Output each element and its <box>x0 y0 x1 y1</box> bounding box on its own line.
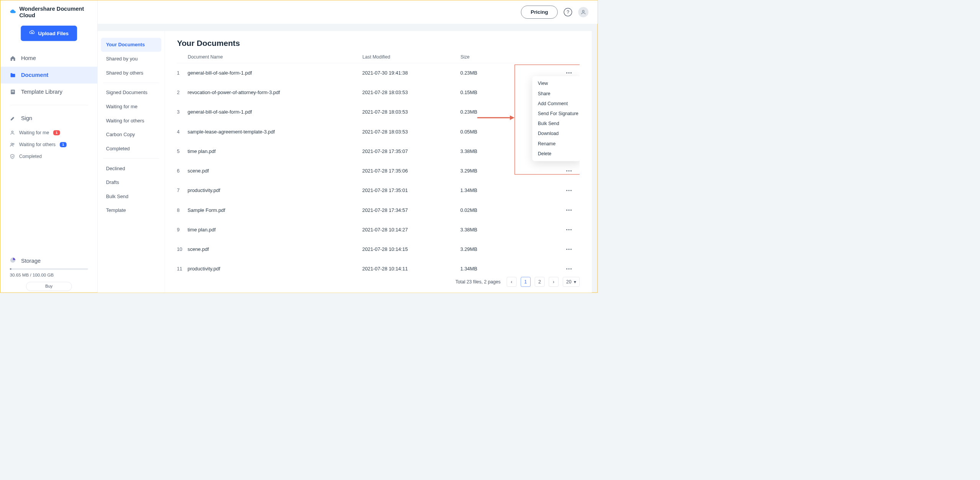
more-horizontal-icon <box>566 268 572 270</box>
pie-icon <box>10 257 16 265</box>
svg-point-19 <box>568 210 570 211</box>
table-row[interactable]: 6scene.pdf2021-07-28 17:35:063.29MB <box>177 161 580 181</box>
row-number: 10 <box>177 247 188 252</box>
table-row[interactable]: 10scene.pdf2021-07-28 10:14:153.29MB <box>177 239 580 259</box>
row-doc-name: revocation-of-power-of-attorney-form-3.p… <box>188 90 362 96</box>
svg-point-22 <box>568 229 570 230</box>
row-size: 1.34MB <box>461 188 559 194</box>
sub-shared-by-others[interactable]: Shared by others <box>101 66 162 80</box>
svg-point-12 <box>567 171 568 172</box>
row-actions-button[interactable] <box>559 166 580 176</box>
page-prev-button[interactable]: ‹ <box>507 277 517 287</box>
svg-point-16 <box>568 190 570 191</box>
row-actions-button[interactable] <box>559 225 580 234</box>
menu-share[interactable]: Share <box>532 89 580 99</box>
table-row[interactable]: 1general-bill-of-sale-form-1.pdf2021-07-… <box>177 63 580 83</box>
row-doc-name: time plan.pdf <box>188 227 362 233</box>
svg-point-24 <box>567 249 568 250</box>
nav-sign[interactable]: Sign <box>0 110 97 127</box>
row-doc-name: Sample Form.pdf <box>188 207 362 213</box>
template-icon <box>10 89 16 95</box>
sub-completed[interactable]: Completed <box>101 142 162 156</box>
menu-add-comment[interactable]: Add Comment <box>532 99 580 109</box>
sub-template[interactable]: Template <box>101 203 162 218</box>
row-doc-name: general-bill-of-sale-form-1.pdf <box>188 70 362 76</box>
col-name: Document Name <box>188 54 362 60</box>
table-row[interactable]: 5time plan.pdf2021-07-28 17:35:073.38MB <box>177 142 580 161</box>
divider <box>10 105 88 106</box>
menu-rename[interactable]: Rename <box>532 139 580 149</box>
svg-point-9 <box>567 72 568 73</box>
row-actions-button[interactable] <box>559 264 580 273</box>
table-row[interactable]: 9time plan.pdf2021-07-28 10:14:273.38MB <box>177 220 580 239</box>
sub-waiting-for-me[interactable]: Waiting for me <box>101 99 162 114</box>
page-2-button[interactable]: 2 <box>535 277 545 287</box>
page-title: Your Documents <box>177 39 580 48</box>
sub-bulk-send[interactable]: Bulk Send <box>101 189 162 203</box>
row-actions-button[interactable] <box>559 245 580 254</box>
row-modified: 2021-07-30 19:41:38 <box>363 70 461 76</box>
table-row[interactable]: 4sample-lease-agreement-template-3.pdf20… <box>177 122 580 142</box>
row-modified: 2021-07-28 17:35:07 <box>363 149 461 155</box>
table-row[interactable]: 7productivity.pdf2021-07-28 17:35:011.34… <box>177 181 580 200</box>
sub-declined[interactable]: Declined <box>101 161 162 176</box>
page-size-select[interactable]: 20 ▾ <box>563 277 580 287</box>
sub-drafts[interactable]: Drafts <box>101 176 162 190</box>
nav-template-library[interactable]: Template Library <box>0 83 97 100</box>
row-number: 2 <box>177 90 188 96</box>
home-icon <box>10 55 16 62</box>
page-next-button[interactable]: › <box>549 277 559 287</box>
svg-point-28 <box>568 268 570 270</box>
pricing-button[interactable]: Pricing <box>521 6 558 19</box>
nav-home[interactable]: Home <box>0 50 97 67</box>
menu-view[interactable]: View <box>532 79 580 89</box>
row-doc-name: time plan.pdf <box>188 149 362 155</box>
menu-download[interactable]: Download <box>532 129 580 139</box>
pagination: Total 23 files, 2 pages ‹ 1 2 › 20 ▾ <box>177 273 580 291</box>
row-modified: 2021-07-28 17:34:57 <box>363 207 461 213</box>
svg-point-17 <box>571 190 572 191</box>
row-size: 0.23MB <box>461 70 559 76</box>
menu-delete[interactable]: Delete <box>532 149 580 159</box>
row-modified: 2021-07-28 10:14:27 <box>363 227 461 233</box>
table-row[interactable]: 3general-bill-of-sale-form-1.pdf2021-07-… <box>177 103 580 122</box>
nav-waiting-for-me[interactable]: Waiting for me 1 <box>0 127 97 138</box>
menu-bulk-send[interactable]: Bulk Send <box>532 119 580 129</box>
buy-button[interactable]: Buy <box>26 282 72 291</box>
account-avatar-button[interactable] <box>578 7 588 17</box>
row-number: 4 <box>177 129 188 135</box>
svg-point-25 <box>568 249 570 250</box>
sub-your-documents[interactable]: Your Documents <box>101 38 162 52</box>
table-row[interactable]: 2revocation-of-power-of-attorney-form-3.… <box>177 83 580 103</box>
table-row[interactable]: 8Sample Form.pdf2021-07-28 17:34:570.02M… <box>177 200 580 220</box>
sub-carbon-copy[interactable]: Carbon Copy <box>101 128 162 142</box>
document-sub-sidebar: Your Documents Shared by you Shared by o… <box>98 31 165 293</box>
sub-signed-documents[interactable]: Signed Documents <box>101 86 162 100</box>
page-1-button[interactable]: 1 <box>521 277 531 287</box>
nav-completed[interactable]: Completed <box>0 150 97 162</box>
table-row[interactable]: 11productivity.pdf2021-07-28 10:14:111.3… <box>177 259 580 273</box>
nav-document-label: Document <box>21 72 49 78</box>
row-number: 7 <box>177 188 188 194</box>
brand: Wondershare Document Cloud <box>0 6 97 26</box>
svg-point-11 <box>571 72 572 73</box>
row-modified: 2021-07-28 10:14:15 <box>363 247 461 252</box>
help-button[interactable]: ? <box>564 8 572 16</box>
nav-document[interactable]: Document <box>0 67 97 83</box>
more-horizontal-icon <box>566 249 572 251</box>
nav-home-label: Home <box>21 55 36 62</box>
menu-send-for-signature[interactable]: Send For Signature <box>532 109 580 119</box>
table-body[interactable]: View Share Add Comment Send For Signatur… <box>177 63 580 273</box>
row-actions-button[interactable] <box>559 205 580 215</box>
content-panel: Your Documents Shared by you Shared by o… <box>98 31 592 293</box>
nav-waiting-for-others[interactable]: Waiting for others 1 <box>0 138 97 150</box>
waiting-others-badge: 1 <box>60 142 67 147</box>
svg-point-21 <box>567 229 568 230</box>
row-number: 5 <box>177 149 188 155</box>
sub-shared-by-you[interactable]: Shared by you <box>101 52 162 66</box>
sub-waiting-for-others[interactable]: Waiting for others <box>101 114 162 128</box>
row-number: 1 <box>177 70 188 76</box>
upload-files-button[interactable]: Upload Files <box>21 26 77 41</box>
svg-point-20 <box>571 210 572 211</box>
row-actions-button[interactable] <box>559 186 580 195</box>
